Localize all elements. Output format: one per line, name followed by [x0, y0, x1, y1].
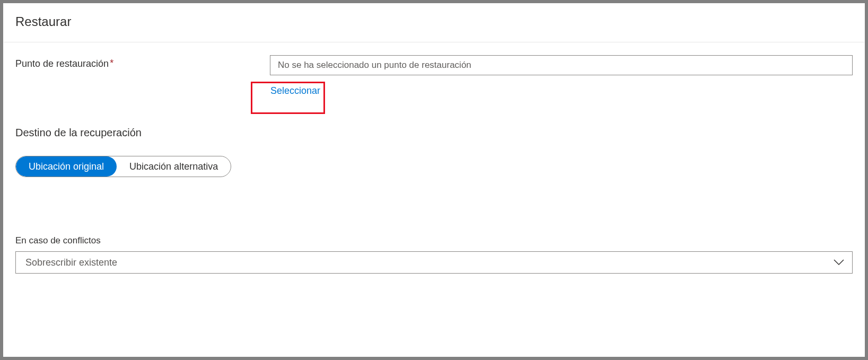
- destination-toggle: Ubicación original Ubicación alternativa: [15, 156, 231, 177]
- select-link-highlight: Seleccionar: [251, 82, 325, 114]
- select-restore-point-link[interactable]: Seleccionar: [270, 85, 320, 96]
- conflicts-select-wrap: Sobrescribir existente: [15, 251, 853, 274]
- destination-original-button[interactable]: Ubicación original: [16, 156, 117, 177]
- restore-point-label-text: Punto de restauración: [15, 58, 109, 69]
- destination-alternate-button[interactable]: Ubicación alternativa: [117, 156, 231, 177]
- page-title: Restaurar: [15, 14, 853, 29]
- restore-point-row: Punto de restauración* Seleccionar: [15, 55, 853, 114]
- required-asterisk: *: [110, 58, 113, 68]
- conflicts-label: En caso de conflictos: [15, 235, 853, 246]
- restore-point-input[interactable]: [270, 55, 853, 75]
- conflicts-select[interactable]: Sobrescribir existente: [15, 251, 853, 274]
- panel-content: Punto de restauración* Seleccionar Desti…: [4, 42, 864, 356]
- restore-point-label: Punto de restauración*: [15, 55, 270, 69]
- destination-title: Destino de la recuperación: [15, 127, 853, 139]
- conflicts-selected-value: Sobrescribir existente: [25, 257, 117, 268]
- restore-point-field: Seleccionar: [270, 55, 853, 114]
- restore-panel: Restaurar Punto de restauración* Selecci…: [3, 3, 865, 357]
- panel-header: Restaurar: [4, 4, 864, 42]
